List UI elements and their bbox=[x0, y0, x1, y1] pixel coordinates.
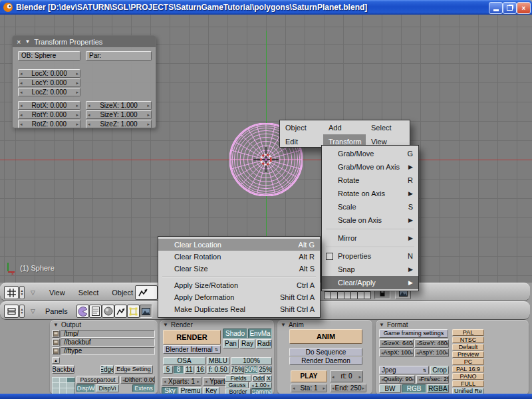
dec-icon[interactable]: ◂ bbox=[251, 383, 254, 388]
preset-default-button[interactable]: Default bbox=[452, 344, 484, 350]
blur-factor-field[interactable]: f: 0.50 bbox=[207, 366, 229, 374]
preset-pc-button[interactable]: PC bbox=[452, 358, 484, 365]
sizey-field[interactable]: ◂SizeY: 1.000▸ bbox=[86, 110, 152, 119]
collapse-menus-icon[interactable]: ▽ bbox=[31, 289, 35, 296]
inc-icon[interactable]: ▸ bbox=[76, 90, 78, 94]
inc-icon[interactable]: ▸ bbox=[267, 383, 270, 388]
rotx-field[interactable]: ◂RotX: 0.000▸ bbox=[18, 101, 80, 110]
game-framing-button[interactable]: Game framing settings bbox=[379, 329, 448, 338]
parent-field[interactable]: Par: bbox=[86, 51, 152, 61]
anim-panel-header[interactable]: ▼Anim bbox=[281, 321, 304, 329]
rgb-toggle[interactable]: RGB bbox=[402, 384, 426, 393]
start-frame-field[interactable]: ◂Sta: 1▸ bbox=[291, 384, 327, 392]
preset-pal169-button[interactable]: PAL 16:9 bbox=[452, 366, 484, 372]
render-panel-header[interactable]: ▼Render bbox=[163, 321, 193, 329]
pan-toggle[interactable]: Pan bbox=[223, 339, 239, 348]
menu-item-grab-move[interactable]: Grab/MoveG bbox=[322, 147, 418, 160]
shadow-toggle[interactable]: Shado bbox=[223, 329, 247, 338]
dec-icon[interactable]: ◂ bbox=[88, 103, 90, 108]
gauss-toggle[interactable]: Gauss bbox=[225, 382, 249, 388]
toolbox-edit[interactable]: Edit bbox=[280, 134, 323, 148]
dispview-toggle[interactable]: DispVi bbox=[96, 384, 119, 392]
dec-icon[interactable]: ◂ bbox=[332, 374, 334, 379]
menu-item-apply-size-rotation[interactable]: Apply Size/RotationCtrl A bbox=[158, 279, 320, 291]
folder-icon-button[interactable] bbox=[52, 338, 60, 346]
scene-context-button[interactable] bbox=[140, 305, 152, 318]
preset-pal-button[interactable]: PAL bbox=[452, 329, 484, 336]
engine-dropdown[interactable]: Blender Internal⇅ bbox=[163, 345, 221, 354]
editor-type-stepper[interactable]: ▲▼ bbox=[19, 286, 25, 299]
osa-5-button[interactable]: 5 bbox=[163, 366, 173, 374]
object-name-field[interactable]: OB: Sphere bbox=[18, 51, 80, 61]
menu-select[interactable]: Select bbox=[72, 283, 106, 302]
inc-icon[interactable]: ▸ bbox=[358, 374, 361, 379]
edge-settings-button[interactable]: Edge Setting bbox=[114, 365, 153, 374]
mode-dropdown[interactable] bbox=[135, 285, 158, 300]
menu-item-scale-axis[interactable]: Scale on Axis▶ bbox=[322, 213, 418, 227]
locy-field[interactable]: ◂LocY: 0.000▸ bbox=[18, 78, 80, 87]
menu-item-snap[interactable]: Snap▶ bbox=[322, 263, 418, 276]
render-daemon-button[interactable]: Render Daemon bbox=[289, 356, 362, 365]
dec-icon[interactable]: ◂ bbox=[88, 122, 90, 126]
fps-field[interactable]: ◂Frs/sec: 25▸ bbox=[416, 375, 449, 384]
toolbox-select[interactable]: Select bbox=[366, 120, 410, 134]
rotz-field[interactable]: ◂RotZ: 0.000▸ bbox=[18, 120, 80, 128]
shading-context-button[interactable] bbox=[102, 305, 114, 318]
menu-item-rotate[interactable]: RotateR bbox=[322, 174, 418, 187]
rt-field[interactable]: ◂rt: 0▸ bbox=[330, 370, 363, 382]
inc-icon[interactable]: ▸ bbox=[76, 122, 78, 126]
inc-icon[interactable]: ▸ bbox=[362, 386, 364, 390]
ftype-path-field[interactable]: //ftype bbox=[61, 347, 155, 355]
aspx-field[interactable]: ◂AspX: 100▸ bbox=[379, 348, 414, 357]
output-panel-header[interactable]: ▼Output bbox=[53, 321, 81, 329]
collapse-icon[interactable]: ▼ bbox=[281, 322, 286, 328]
radio-toggle[interactable]: Radi bbox=[256, 339, 272, 348]
restore-button[interactable] bbox=[503, 2, 517, 14]
anim-button[interactable]: ANIM bbox=[289, 329, 362, 344]
inc-icon[interactable]: ▸ bbox=[197, 379, 200, 384]
inc-icon[interactable]: ▸ bbox=[412, 341, 414, 346]
folder-icon-button[interactable] bbox=[52, 347, 60, 355]
quality-field[interactable]: ◂Quality: 90▸ bbox=[379, 375, 415, 384]
odd-toggle[interactable]: Odd bbox=[252, 375, 265, 382]
edge-toggle[interactable]: Edge bbox=[100, 365, 114, 374]
x-toggle[interactable]: X bbox=[265, 375, 272, 382]
inc-icon[interactable]: ▸ bbox=[448, 341, 449, 346]
dec-icon[interactable]: ◂ bbox=[20, 122, 23, 126]
roty-field[interactable]: ◂RotY: 0.000▸ bbox=[18, 110, 80, 119]
editing-context-button[interactable] bbox=[127, 305, 140, 318]
inc-icon[interactable]: ▸ bbox=[412, 377, 415, 382]
dec-icon[interactable]: ◂ bbox=[88, 112, 90, 117]
layer-button[interactable] bbox=[364, 291, 371, 299]
size-100-button[interactable]: 100% bbox=[231, 357, 272, 365]
collapse-icon[interactable]: ▼ bbox=[53, 322, 59, 328]
format-panel-header[interactable]: ▼Format bbox=[379, 321, 408, 329]
dec-icon[interactable]: ◂ bbox=[20, 112, 23, 117]
render-button[interactable]: RENDER bbox=[163, 330, 221, 344]
render-path-field[interactable]: /tmp/ bbox=[61, 330, 155, 338]
menu-view[interactable]: View bbox=[43, 283, 72, 302]
backbuf-toggle[interactable]: Backbu bbox=[52, 365, 74, 374]
preset-pano-button[interactable]: PANO bbox=[452, 373, 484, 380]
passepartout-toggle[interactable]: Passepartout bbox=[76, 376, 119, 384]
menu-item-apply-deformation[interactable]: Apply DeformationShift Ctrl A bbox=[158, 291, 320, 303]
dec-icon[interactable]: ◂ bbox=[20, 90, 23, 94]
inc-icon[interactable]: ▸ bbox=[76, 80, 78, 85]
menu-item-scale[interactable]: ScaleS bbox=[322, 200, 418, 213]
minimize-button[interactable] bbox=[489, 2, 503, 14]
inc-icon[interactable]: ▸ bbox=[446, 350, 449, 355]
inc-icon[interactable]: ▸ bbox=[147, 122, 150, 126]
inc-icon[interactable]: ▸ bbox=[323, 386, 325, 390]
dec-icon[interactable]: ◂ bbox=[293, 386, 295, 390]
logic-context-button[interactable] bbox=[76, 305, 89, 318]
folder-icon-button[interactable] bbox=[52, 330, 60, 338]
extensions-toggle[interactable]: Extens bbox=[132, 384, 155, 392]
size-50-button[interactable]: 50% bbox=[245, 366, 258, 374]
dec-icon[interactable]: ◂ bbox=[20, 71, 23, 76]
size-75-button[interactable]: 75% bbox=[231, 366, 244, 374]
close-button[interactable]: × bbox=[517, 2, 531, 14]
osa-11-button[interactable]: 11 bbox=[184, 366, 194, 374]
aspy-field[interactable]: ◂AspY: 100▸ bbox=[414, 348, 449, 357]
gauss-value-field[interactable]: ◂1.00▸ bbox=[249, 382, 272, 388]
menu-item-grab-move-axis[interactable]: Grab/Move on Axis▶ bbox=[322, 160, 418, 174]
